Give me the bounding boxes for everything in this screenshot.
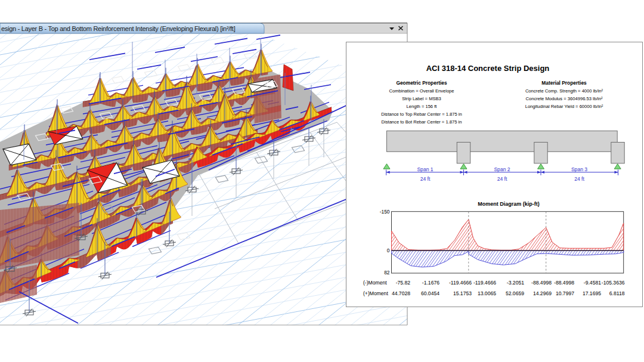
svg-text:Concrete Comp. Strength = 4000: Concrete Comp. Strength = 4000 lb/in² bbox=[525, 88, 603, 94]
svg-text:6.8118: 6.8118 bbox=[609, 290, 625, 296]
svg-text:60.0454: 60.0454 bbox=[421, 290, 439, 296]
svg-text:13.0065: 13.0065 bbox=[478, 290, 496, 296]
svg-text:esign - Layer B - Top and Bott: esign - Layer B - Top and Bottom Reinfor… bbox=[1, 25, 236, 32]
svg-text:-88.4998: -88.4998 bbox=[531, 280, 552, 286]
svg-text:Span 2: Span 2 bbox=[494, 166, 510, 172]
svg-text:-105.3636: -105.3636 bbox=[602, 280, 625, 286]
svg-text:24 ft: 24 ft bbox=[497, 176, 507, 182]
svg-text:14.2969: 14.2969 bbox=[533, 290, 552, 296]
svg-text:Combination = Overall Envelope: Combination = Overall Envelope bbox=[389, 88, 454, 94]
svg-text:Distance to Top Rebar Center =: Distance to Top Rebar Center = 1.875 in bbox=[381, 112, 462, 117]
svg-text:24 ft: 24 ft bbox=[574, 176, 584, 182]
svg-text:-119.4666: -119.4666 bbox=[449, 280, 472, 286]
svg-text:Material Properties: Material Properties bbox=[541, 80, 587, 86]
svg-text:Distance to Bot Rebar Center =: Distance to Bot Rebar Center = 1.875 in bbox=[382, 119, 462, 125]
svg-text:Longitudinal Rebar Yield = 600: Longitudinal Rebar Yield = 60000 lb/in² bbox=[525, 104, 603, 109]
svg-text:0: 0 bbox=[387, 247, 390, 253]
svg-text:44.7028: 44.7028 bbox=[392, 290, 410, 296]
svg-text:17.1695: 17.1695 bbox=[583, 290, 601, 296]
svg-text:Span 1: Span 1 bbox=[417, 166, 433, 172]
svg-text:52.0659: 52.0659 bbox=[506, 290, 524, 296]
svg-text:Concrete Modulus = 3604996.53: Concrete Modulus = 3604996.53 lb/in² bbox=[526, 96, 603, 101]
svg-text:-75.82: -75.82 bbox=[396, 280, 411, 286]
svg-text:Moment Diagram (kip-ft): Moment Diagram (kip-ft) bbox=[478, 201, 540, 207]
svg-text:15.1753: 15.1753 bbox=[453, 290, 472, 296]
svg-text:ACI 318-14 Concrete Strip Desi: ACI 318-14 Concrete Strip Design bbox=[426, 64, 550, 73]
svg-text:Strip Label = MSB3: Strip Label = MSB3 bbox=[402, 96, 441, 101]
svg-text:Span 3: Span 3 bbox=[571, 166, 587, 172]
svg-text:Geometric Properties: Geometric Properties bbox=[396, 80, 447, 86]
svg-text:10.7997: 10.7997 bbox=[556, 290, 574, 296]
svg-text:(+)Moment: (+)Moment bbox=[363, 290, 388, 296]
svg-text:82: 82 bbox=[384, 270, 390, 276]
svg-text:-9.4581: -9.4581 bbox=[584, 280, 601, 286]
svg-text:Length = 156 ft: Length = 156 ft bbox=[407, 104, 438, 109]
svg-text:-3.2051: -3.2051 bbox=[507, 280, 524, 286]
svg-text:24 ft: 24 ft bbox=[420, 176, 431, 182]
svg-text:-119.4666: -119.4666 bbox=[473, 280, 496, 286]
svg-text:(-)Moment: (-)Moment bbox=[363, 280, 387, 286]
svg-text:-88.4998: -88.4998 bbox=[554, 280, 574, 286]
svg-text:-1.1676: -1.1676 bbox=[422, 280, 439, 286]
svg-text:-150: -150 bbox=[380, 209, 390, 215]
